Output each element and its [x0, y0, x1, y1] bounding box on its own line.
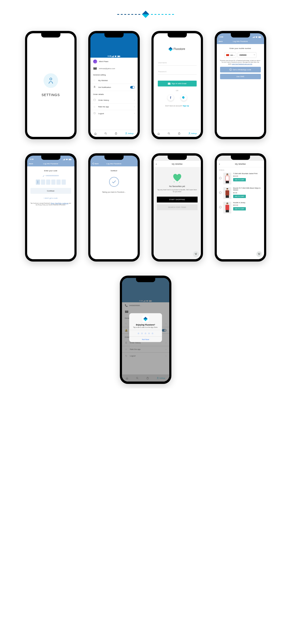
- star-4[interactable]: ☆: [148, 332, 150, 335]
- cart-fab[interactable]: [193, 251, 199, 256]
- product-thumb: [223, 202, 231, 214]
- item-wishlist[interactable]: ♡ My Wishlist ›: [90, 77, 138, 84]
- tab-cart[interactable]: [178, 132, 181, 135]
- legal-text: Fluxstore uses Account Kit, a Facebook t…: [220, 60, 261, 65]
- phone-wishlist-empty: ‹ My Wishlist No favourites yet Tap any …: [151, 153, 203, 262]
- code-digit-1[interactable]: [36, 180, 40, 185]
- ak-header: Back Log Into Fluxstore: [90, 161, 138, 166]
- dashes-left: [117, 14, 140, 15]
- start-shopping-button[interactable]: START SHOPPING: [157, 196, 198, 202]
- svg-rect-21: [69, 159, 71, 160]
- back-button[interactable]: Back: [219, 40, 223, 42]
- notif-toggle[interactable]: [130, 86, 135, 88]
- phone-enter-code: 3:30 Back Log Into Fluxstore Enter your …: [25, 153, 76, 262]
- code-digit-3[interactable]: [46, 180, 50, 185]
- item-rate[interactable]: ☆ Rate the app ›: [90, 104, 138, 110]
- pencil-icon: [43, 175, 44, 177]
- legal-text: Tap Continue to accept Facebook's Terms,…: [30, 202, 71, 206]
- chevron-right-icon: ›: [134, 80, 135, 82]
- remove-item-button[interactable]: −: [219, 177, 222, 179]
- item-notification[interactable]: Get Notification: [90, 84, 138, 91]
- star-2[interactable]: ☆: [141, 332, 143, 335]
- code-inputs: [36, 180, 66, 185]
- wishlist-item[interactable]: − T-Shirt with Mountain Jacket Print $28…: [219, 173, 262, 184]
- svg-point-15: [189, 132, 190, 133]
- time: 3:28: [107, 55, 111, 57]
- product-name: Hoodie in Jersey: [233, 202, 262, 204]
- username-field[interactable]: [158, 60, 197, 66]
- modal-title: Enjoying Fluxstore?: [129, 324, 162, 326]
- tab-settings[interactable]: Settings: [188, 132, 197, 135]
- signup-link[interactable]: Sign Up: [183, 105, 189, 107]
- phone-display[interactable]: +840989908854: [43, 174, 59, 177]
- code-digit-4[interactable]: [51, 180, 55, 185]
- phone-login: Fluxstore Sign in with Email OR f Don't …: [151, 31, 203, 139]
- product-name: T-Shirt with Mountain Jacket Print: [233, 173, 262, 174]
- clear-icon[interactable]: ⊗: [254, 54, 255, 56]
- no-code-link[interactable]: I didn't get a code: [44, 197, 58, 199]
- learn-link[interactable]: Learn how Facebook uses your info: [232, 63, 252, 65]
- add-to-cart-button[interactable]: ADD TO CART: [233, 195, 246, 198]
- profile-name-row[interactable]: Minh Pham: [90, 58, 138, 66]
- continue-button[interactable]: Continue: [30, 188, 71, 194]
- star-3[interactable]: ☆: [144, 332, 147, 335]
- sms-button[interactable]: Use SMS: [220, 74, 261, 79]
- phone-enter-mobile: 3:30 Back Log Into Fluxstore Enter your …: [215, 31, 266, 139]
- code-digit-2[interactable]: [41, 180, 45, 185]
- whatsapp-button[interactable]: Get a WhatsApp code: [220, 67, 261, 72]
- svg-point-29: [259, 254, 260, 255]
- item-history[interactable]: Order history ›: [90, 97, 138, 104]
- tab-search[interactable]: [104, 132, 107, 135]
- add-to-cart-button[interactable]: ADD TO CART: [233, 207, 246, 210]
- tab-search[interactable]: [168, 132, 170, 135]
- password-field[interactable]: [158, 69, 197, 74]
- svg-point-28: [259, 254, 259, 255]
- product-price: $0.00: [233, 192, 262, 194]
- item-logout[interactable]: Logout ›: [90, 110, 138, 117]
- back-button[interactable]: Back: [29, 163, 33, 165]
- sys-icons: [252, 36, 261, 38]
- not-now-button[interactable]: Not Now: [129, 337, 162, 342]
- back-button[interactable]: ‹: [156, 162, 157, 166]
- svg-rect-6: [94, 99, 95, 101]
- code-digit-5[interactable]: [56, 180, 61, 185]
- tab-home[interactable]: [94, 132, 97, 135]
- svg-rect-10: [168, 83, 170, 84]
- sys-icons: [63, 159, 72, 160]
- or-divider: OR: [176, 90, 178, 92]
- phone-verified: Back Log Into Fluxstore Verified! Taking…: [88, 153, 140, 262]
- flag-vn-icon: [226, 54, 229, 56]
- user-name: Minh Pham: [99, 60, 108, 62]
- chevron-right-icon: ›: [134, 99, 135, 101]
- ak-title: Log Into Fluxstore: [233, 40, 248, 42]
- star-5[interactable]: ☆: [151, 332, 154, 335]
- search-items-button[interactable]: SEARCH FOR ITEMS: [157, 204, 198, 210]
- remove-item-button[interactable]: −: [219, 206, 222, 208]
- history-icon: [93, 99, 96, 102]
- remove-item-button[interactable]: −: [219, 192, 222, 194]
- profile-email-row[interactable]: minhcasi@yahoo.com: [90, 66, 138, 72]
- back-button[interactable]: ‹: [219, 162, 220, 166]
- ak-header: Back Log Into Fluxstore: [27, 161, 74, 166]
- sms-button[interactable]: [181, 95, 187, 101]
- svg-rect-3: [120, 56, 120, 56]
- tab-settings[interactable]: Settings: [125, 132, 134, 135]
- country-code-select[interactable]: +84 ▾: [224, 52, 236, 58]
- add-to-cart-button[interactable]: ADD TO CART: [233, 178, 246, 182]
- svg-point-19: [230, 69, 232, 71]
- product-thumb: [223, 187, 231, 199]
- back-button[interactable]: Back: [92, 162, 99, 165]
- wishlist-item[interactable]: − Muscle Fit T-Shirt With Block Stripe I…: [219, 187, 262, 199]
- signin-email-button[interactable]: Sign in with Email: [158, 80, 197, 86]
- heart-icon: ♡: [93, 79, 96, 82]
- facebook-button[interactable]: f: [168, 95, 174, 101]
- code-digit-6[interactable]: [61, 180, 66, 185]
- chevron-left-icon: [92, 162, 94, 165]
- tab-home[interactable]: [157, 132, 160, 135]
- tab-cart[interactable]: [115, 132, 117, 135]
- cart-fab[interactable]: [257, 251, 262, 256]
- verified-msg: Taking you back to Fluxstore...: [102, 191, 126, 193]
- wishlist-item[interactable]: − Hoodie in Jersey $35.00 ADD TO CART: [219, 202, 262, 214]
- code-prompt: Enter your code: [44, 170, 57, 172]
- star-1[interactable]: ☆: [137, 332, 140, 335]
